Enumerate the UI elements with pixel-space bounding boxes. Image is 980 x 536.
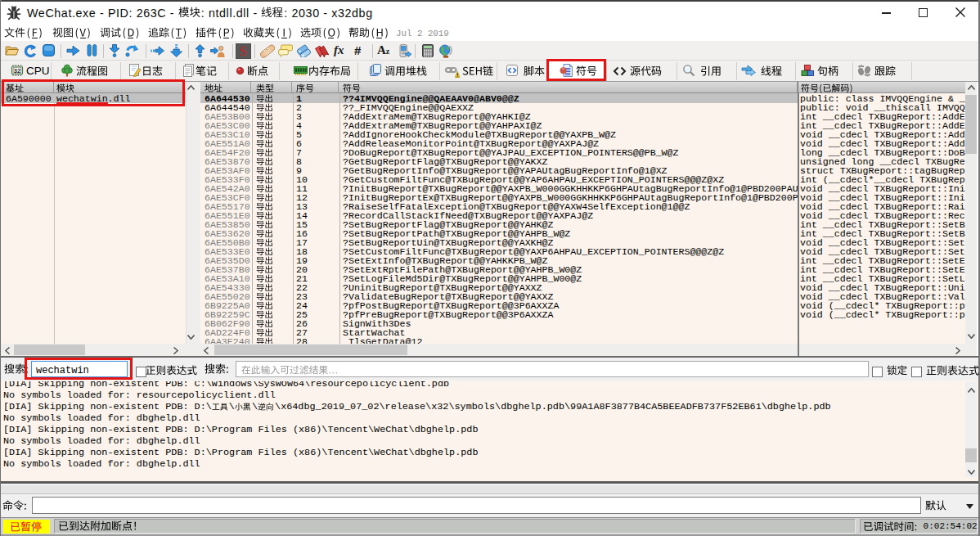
svg-text:S: S bbox=[240, 44, 247, 58]
svg-text:32: 32 bbox=[14, 67, 20, 74]
